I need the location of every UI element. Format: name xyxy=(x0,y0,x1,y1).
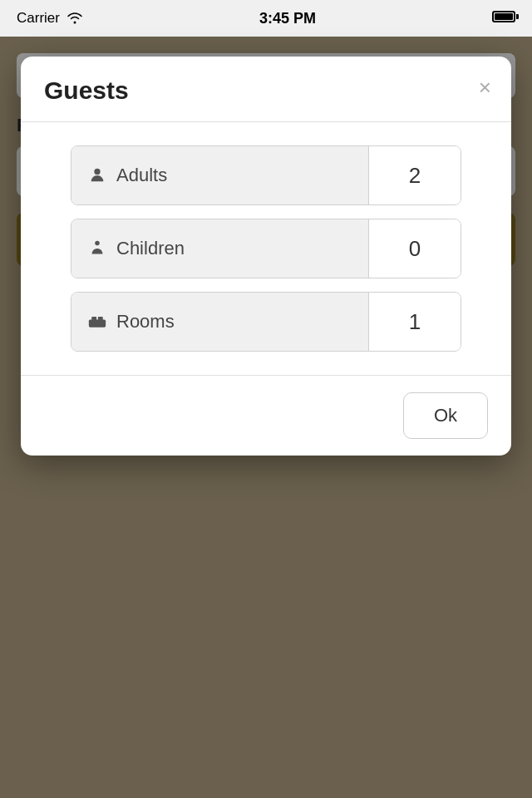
rooms-row: Rooms 1 xyxy=(71,292,461,352)
children-row: Children 0 xyxy=(71,219,461,278)
rooms-label-text: Rooms xyxy=(116,311,175,332)
svg-rect-13 xyxy=(89,319,106,327)
modal-title: Guests xyxy=(44,76,129,104)
children-value[interactable]: 0 xyxy=(369,219,461,278)
svg-point-9 xyxy=(94,169,100,175)
status-left: Carrier xyxy=(17,10,83,27)
rooms-label-cell: Rooms xyxy=(71,293,369,351)
modal-footer: Ok xyxy=(21,375,511,456)
carrier-label: Carrier xyxy=(17,10,60,27)
adults-label-cell: Adults xyxy=(71,146,369,204)
modal-overlay: Guests × Adults 2 xyxy=(0,37,532,798)
rooms-icon xyxy=(88,313,106,331)
svg-rect-14 xyxy=(91,317,96,321)
modal-body: Adults 2 Children 0 xyxy=(21,122,511,375)
svg-point-10 xyxy=(95,241,100,246)
modal-close-button[interactable]: × xyxy=(479,76,491,98)
ok-button[interactable]: Ok xyxy=(403,392,488,439)
svg-rect-15 xyxy=(98,317,103,321)
modal-header: Guests × xyxy=(21,57,511,122)
wifi-icon xyxy=(66,11,83,27)
battery-indicator xyxy=(492,10,515,27)
adults-label-text: Adults xyxy=(116,165,167,186)
adults-value[interactable]: 2 xyxy=(369,146,461,204)
children-label-text: Children xyxy=(116,238,185,259)
time-display: 3:45 PM xyxy=(259,10,316,27)
children-label-cell: Children xyxy=(71,219,369,278)
guests-modal: Guests × Adults 2 xyxy=(21,57,511,456)
children-icon xyxy=(88,239,106,258)
adults-row: Adults 2 xyxy=(71,145,461,205)
status-bar: Carrier 3:45 PM xyxy=(0,0,532,37)
rooms-value[interactable]: 1 xyxy=(369,293,461,351)
adults-icon xyxy=(88,166,106,185)
